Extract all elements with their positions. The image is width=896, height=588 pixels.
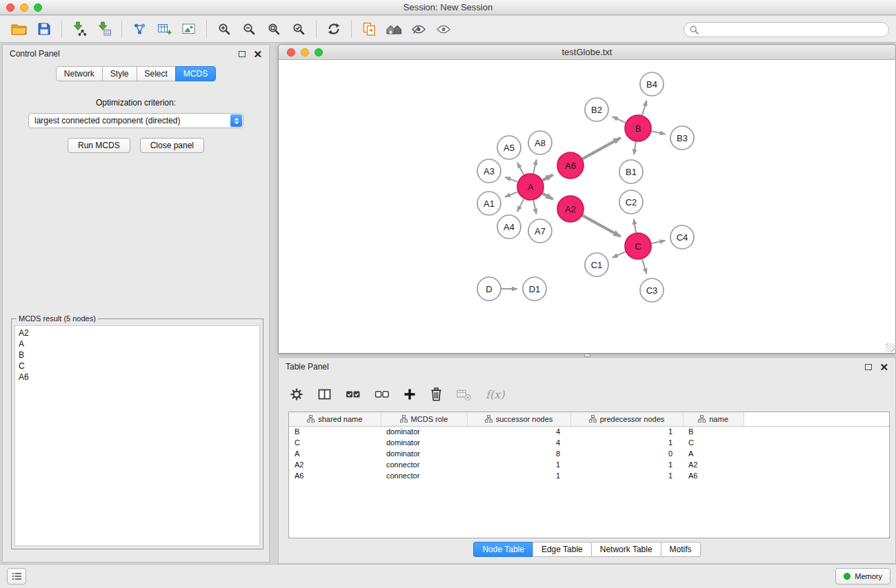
tab-node-table[interactable]: Node Table [473,542,533,557]
add-icon[interactable] [404,388,416,401]
resize-grip[interactable] [886,343,895,352]
close-network-button[interactable] [287,48,295,57]
delete-table-icon[interactable] [457,389,471,401]
tab-mcds[interactable]: MCDS [175,66,216,81]
result-item[interactable]: A2 [19,327,256,338]
documents-icon [362,22,377,37]
graph-edge[interactable] [652,241,666,243]
graph-edge[interactable] [613,116,626,123]
graph-edge[interactable] [533,159,536,173]
graph-edge[interactable] [642,101,647,115]
result-item[interactable]: A6 [19,372,256,383]
select-all-icon[interactable] [346,389,360,399]
graph-edge[interactable] [543,175,553,181]
graph-node-label: B1 [626,167,637,177]
result-item[interactable]: A [19,338,256,349]
close-panel-icon[interactable]: ✕ [879,362,888,372]
open-session-button[interactable] [7,19,32,39]
column-header-shared-name[interactable]: shared name [289,412,381,426]
node-table[interactable]: shared name MCDS role successor nodes pr… [288,412,890,538]
criterion-dropdown[interactable]: largest connected component (directed) [28,113,243,128]
search-field[interactable] [684,22,889,37]
table-row[interactable]: Bdominator 41 B [289,426,889,437]
close-panel-button[interactable]: Close panel [140,138,204,153]
graph-edge[interactable] [634,219,636,233]
graph-edge[interactable] [583,138,621,159]
toolbar-separator [121,20,122,38]
zoom-network-button[interactable] [315,48,323,57]
result-item[interactable]: C [19,361,256,372]
zoom-selected-button[interactable] [286,19,311,39]
graph-edge[interactable] [642,259,647,274]
zoom-window-button[interactable] [34,3,42,12]
column-header-mcds-role[interactable]: MCDS role [381,412,467,426]
graph-node-label: D1 [529,284,541,294]
new-network-button[interactable] [127,19,152,39]
mcds-result-list[interactable]: A2 A B C A6 [14,325,260,546]
unselect-all-icon[interactable] [375,389,389,399]
memory-button[interactable]: Memory [835,568,890,585]
graph-edge[interactable] [505,177,517,182]
close-window-button[interactable] [6,3,14,12]
table-row[interactable]: A2connector 11 A2 [289,459,889,470]
save-session-button[interactable] [32,19,57,39]
import-network-button[interactable] [67,19,92,39]
graph-edge[interactable] [517,163,524,174]
graph-edge[interactable] [505,192,517,196]
search-input[interactable] [702,25,883,34]
column-header-name[interactable]: name [683,412,744,426]
zoom-in-button[interactable] [212,19,237,39]
tab-select[interactable]: Select [137,66,176,81]
zoom-out-button[interactable] [237,19,261,39]
tab-edge-table[interactable]: Edge Table [532,542,592,557]
graph-node-label: A [528,182,534,192]
minimize-window-button[interactable] [20,3,28,12]
graph-node-label: B3 [677,133,688,143]
graph-edge[interactable] [543,194,553,199]
folder-icon [11,22,28,36]
gear-icon[interactable] [290,387,303,401]
tab-style[interactable]: Style [102,66,137,81]
import-table-button[interactable] [92,19,117,39]
network-window-titlebar[interactable]: testGlobe.txt [279,45,895,60]
tab-network-table[interactable]: Network Table [591,542,661,557]
table-row[interactable]: Cdominator 41 C [289,437,889,448]
graphics-details-button[interactable] [406,19,431,39]
trash-icon[interactable] [430,387,442,401]
close-panel-icon[interactable]: ✕ [253,49,262,59]
float-panel-icon[interactable] [865,364,872,370]
window-title: Session: New Session [0,2,896,12]
column-header-predecessor-nodes[interactable]: predecessor nodes [570,412,683,426]
float-panel-icon[interactable] [239,51,246,57]
control-panel-header: Control Panel ✕ [3,45,269,63]
graph-edge[interactable] [652,131,666,134]
tab-network[interactable]: Network [56,66,103,81]
column-header-successor-nodes[interactable]: successor nodes [467,412,570,426]
new-table-button[interactable] [152,19,177,39]
table-row[interactable]: A6connector 11 A6 [289,470,889,481]
graph-edge[interactable] [613,252,626,258]
minimize-network-button[interactable] [301,48,309,57]
graph-svg[interactable]: B4B2BB3A5A8A6A3B1AC2A1A2A4A7C4CC1C3DD1 [279,61,895,353]
overview-button[interactable] [381,19,406,39]
duplicate-network-button[interactable] [357,19,381,39]
show-table-panel-button[interactable] [7,568,26,585]
graph-edge[interactable] [533,201,536,214]
export-image-button[interactable] [177,19,201,39]
function-builder-icon[interactable]: f(x) [486,388,504,401]
network-window: testGlobe.txt B4B2BB3A5A8A6A3B1AC2A1A2A4… [278,44,896,354]
result-item[interactable]: B [19,349,256,361]
run-mcds-button[interactable]: Run MCDS [68,138,130,153]
graph-edge[interactable] [517,199,524,212]
split-columns-icon[interactable] [318,388,331,401]
apply-layout-button[interactable] [321,19,346,39]
graph-edge[interactable] [583,216,621,236]
zoom-out-icon [243,23,256,36]
tab-motifs[interactable]: Motifs [661,542,701,557]
zoom-fit-button[interactable] [261,19,286,39]
column-type-icon [307,415,315,423]
table-row[interactable]: Adominator 80 A [289,448,889,459]
hide-details-button[interactable] [431,19,456,39]
network-canvas[interactable]: B4B2BB3A5A8A6A3B1AC2A1A2A4A7C4CC1C3DD1 [279,61,895,353]
graph-edge[interactable] [634,142,636,155]
